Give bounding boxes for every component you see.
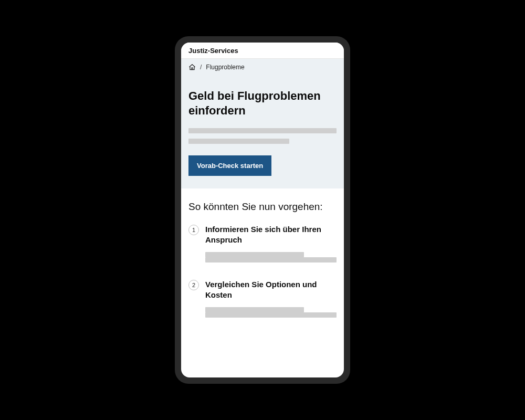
- content-section: So könnten Sie nun vorgehen: 1 Informier…: [181, 188, 344, 377]
- start-precheck-button[interactable]: Vorab-Check starten: [188, 155, 271, 176]
- step-item: 2 Vergleichen Sie Optionen und Kosten: [188, 279, 337, 323]
- step-number-badge: 2: [188, 280, 199, 290]
- placeholder-text-line: [188, 128, 337, 133]
- page-title: Geld bei Flugproblemen einfordern: [188, 89, 337, 118]
- phone-frame: Justiz-Services / Flugprobleme Geld bei …: [175, 36, 350, 384]
- placeholder-text-line: [205, 307, 304, 312]
- breadcrumb-separator: /: [200, 64, 202, 71]
- placeholder-text-line: [188, 139, 289, 144]
- breadcrumb: / Flugprobleme: [181, 59, 344, 75]
- app-header: Justiz-Services: [181, 43, 344, 59]
- placeholder-text-line: [205, 252, 304, 257]
- screen: Justiz-Services / Flugprobleme Geld bei …: [181, 43, 344, 377]
- hero-section: Geld bei Flugproblemen einfordern Vorab-…: [181, 75, 344, 188]
- home-icon[interactable]: [188, 64, 196, 71]
- step-number-badge: 1: [188, 225, 199, 235]
- step-body: Vergleichen Sie Optionen und Kosten: [205, 279, 337, 323]
- placeholder-text-line: [205, 257, 337, 262]
- app-title: Justiz-Services: [188, 47, 337, 55]
- section-title: So könnten Sie nun vorgehen:: [188, 201, 337, 213]
- step-body: Informieren Sie sich über Ihren Anspruch: [205, 224, 337, 268]
- breadcrumb-current: Flugprobleme: [206, 64, 244, 71]
- placeholder-text-line: [205, 312, 337, 318]
- step-title: Informieren Sie sich über Ihren Anspruch: [205, 224, 337, 245]
- step-item: 1 Informieren Sie sich über Ihren Anspru…: [188, 224, 337, 268]
- step-title: Vergleichen Sie Optionen und Kosten: [205, 279, 337, 300]
